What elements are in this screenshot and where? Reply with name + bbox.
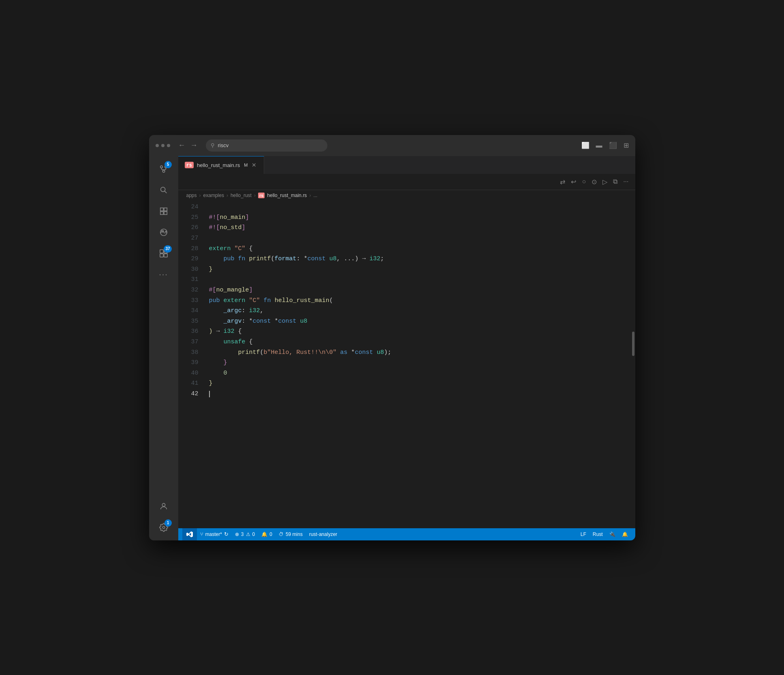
breadcrumb-sep-4: ›: [309, 193, 311, 198]
code-token: hello_rust_main: [275, 296, 329, 306]
tab-hello-rust-main[interactable]: rs hello_rust_main.rs M ✕: [178, 156, 265, 174]
sidebar-item-settings[interactable]: 1: [154, 518, 173, 537]
code-line-31: [209, 275, 631, 285]
sync-icon: ↻: [224, 531, 229, 537]
more-actions-icon[interactable]: ···: [623, 178, 628, 185]
sidebar-item-search[interactable]: [154, 180, 173, 200]
code-token: ]: [246, 213, 249, 223]
code-token: no_mangle: [216, 285, 249, 295]
code-token: [231, 244, 235, 254]
breadcrumb-file-icon: rs: [258, 193, 265, 198]
layout-icon-1[interactable]: ⬜: [581, 141, 590, 149]
search-bar[interactable]: ⚲ riscv: [206, 139, 327, 152]
breadcrumb-apps[interactable]: apps: [186, 193, 197, 198]
breadcrumb-filename[interactable]: hello_rust_main.rs: [267, 193, 307, 198]
status-bell[interactable]: 🔔: [619, 528, 631, 540]
window-actions: ⬜ ▬ ⬛ ⊞: [581, 141, 629, 149]
back-button[interactable]: ←: [178, 141, 186, 150]
line-numbers: 24 25 26 27 28 29 30 31 32 33 34 35 36 3…: [178, 201, 203, 528]
status-branch[interactable]: ⑂ master* ↻: [197, 528, 232, 540]
line-num-25: 25: [186, 212, 199, 223]
git-revert-icon[interactable]: ↩: [571, 178, 576, 186]
vscode-icon: [186, 531, 193, 538]
breadcrumb-hello-rust[interactable]: hello_rust: [231, 193, 252, 198]
status-language[interactable]: Rust: [590, 528, 606, 540]
code-token: const: [308, 254, 326, 264]
status-errors[interactable]: ⊗ 3 ⚠ 0: [232, 528, 258, 540]
line-num-39: 39: [186, 358, 199, 368]
code-token: : *: [297, 254, 308, 264]
code-token: [209, 369, 224, 378]
code-token: {: [235, 327, 242, 336]
breadcrumb-more[interactable]: ...: [313, 193, 317, 198]
code-token: u8: [300, 317, 308, 326]
code-token: [209, 358, 224, 368]
cursor: [209, 391, 210, 397]
code-line-35: _argv: *const *const u8: [209, 316, 631, 327]
code-token: [246, 296, 249, 306]
code-token: no_main: [220, 213, 246, 223]
line-num-27: 27: [186, 233, 199, 244]
code-token: fn: [238, 254, 246, 264]
warning-icon: ⚠: [246, 531, 250, 537]
code-token: [337, 348, 340, 358]
svg-rect-13: [164, 253, 167, 257]
git-prev-icon[interactable]: ○: [582, 178, 586, 185]
run-icon[interactable]: ▷: [602, 178, 607, 186]
line-num-30: 30: [186, 264, 199, 275]
line-num-32: 32: [186, 285, 199, 296]
line-num-31: 31: [186, 275, 199, 285]
code-line-42: [209, 389, 631, 399]
code-token: #![: [209, 213, 220, 223]
status-language-server[interactable]: rust-analyzer: [306, 528, 340, 540]
code-token: const: [278, 317, 297, 326]
line-num-33: 33: [186, 296, 199, 306]
code-token: (: [329, 296, 333, 306]
git-compare-icon[interactable]: ⇄: [560, 178, 565, 186]
vscode-window: ← → ⚲ riscv ⬜ ▬ ⬛ ⊞ 5: [149, 135, 635, 540]
branch-icon: ⑂: [200, 531, 203, 537]
settings-badge: 1: [164, 519, 172, 527]
line-num-29: 29: [186, 254, 199, 264]
sidebar-item-extensions[interactable]: 37: [154, 244, 173, 263]
svg-rect-6: [164, 208, 167, 210]
tab-filename: hello_rust_main.rs: [197, 162, 240, 168]
layout-icon-2[interactable]: ▬: [596, 142, 602, 149]
svg-line-4: [164, 191, 167, 193]
status-encoding[interactable]: LF: [577, 528, 590, 540]
forward-button[interactable]: →: [190, 141, 198, 150]
sidebar-item-more[interactable]: ···: [154, 265, 173, 284]
sidebar-item-explorer[interactable]: [154, 201, 173, 221]
code-editor[interactable]: 24 25 26 27 28 29 30 31 32 33 34 35 36 3…: [178, 201, 635, 528]
code-token: }: [224, 358, 227, 368]
sidebar-item-source-control[interactable]: 5: [154, 159, 173, 179]
code-token: [235, 254, 238, 264]
code-line-30: }: [209, 264, 631, 275]
breadcrumb-examples[interactable]: examples: [203, 193, 224, 198]
code-token: extern: [224, 296, 246, 306]
sidebar-item-run[interactable]: [154, 223, 173, 242]
code-line-41: }: [209, 379, 631, 389]
line-num-38: 38: [186, 347, 199, 358]
vertical-scrollbar[interactable]: [631, 201, 635, 528]
layout-icon-3[interactable]: ⬛: [609, 141, 617, 149]
status-plugin-icon[interactable]: 🔌: [606, 528, 619, 540]
code-token: (: [260, 348, 264, 358]
tab-close-button[interactable]: ✕: [251, 161, 257, 169]
code-token: [209, 317, 224, 326]
line-num-42: 42: [186, 389, 199, 399]
code-token: i32: [370, 254, 380, 264]
code-token: [209, 254, 224, 264]
git-next-icon[interactable]: ⊙: [592, 178, 597, 186]
code-line-33: pub extern "C" fn hello_rust_main(: [209, 296, 631, 306]
sidebar-item-account[interactable]: [154, 497, 173, 516]
status-time[interactable]: ⏱ 59 mins: [276, 528, 306, 540]
layout-icon-4[interactable]: ⊞: [624, 141, 629, 149]
split-editor-icon[interactable]: ⧉: [613, 178, 617, 185]
scrollbar-thumb[interactable]: [632, 332, 634, 356]
main-layout: 5: [149, 156, 635, 540]
code-token: }: [209, 265, 213, 274]
status-source-button[interactable]: [182, 528, 197, 540]
status-notifications[interactable]: 🔔 0: [258, 528, 276, 540]
time-value: 59 mins: [286, 531, 303, 537]
